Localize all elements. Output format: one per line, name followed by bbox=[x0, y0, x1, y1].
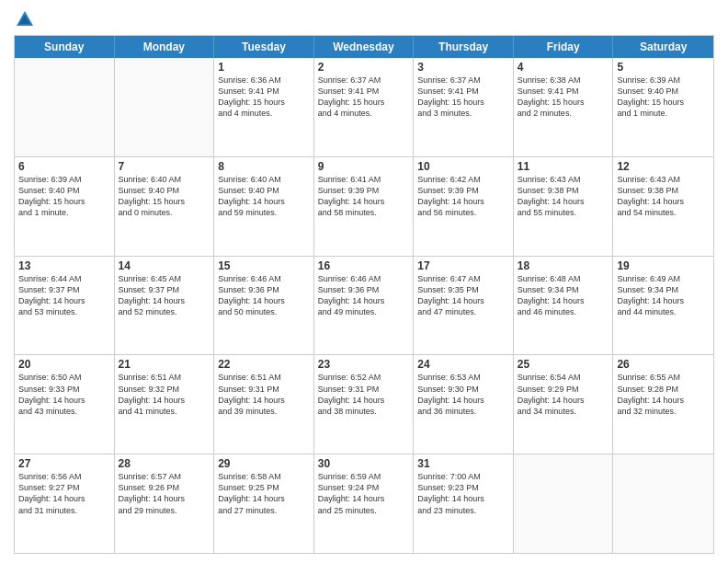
day-info: Sunrise: 6:51 AMSunset: 9:31 PMDaylight:… bbox=[218, 372, 310, 417]
day-info: Sunrise: 6:59 AMSunset: 9:24 PMDaylight:… bbox=[318, 471, 410, 516]
calendar-row-5: 27Sunrise: 6:56 AMSunset: 9:27 PMDayligh… bbox=[15, 454, 713, 553]
cal-cell-day-4: 4Sunrise: 6:38 AMSunset: 9:41 PMDaylight… bbox=[514, 58, 614, 156]
day-info: Sunrise: 6:44 AMSunset: 9:37 PMDaylight:… bbox=[18, 273, 110, 318]
header-day-saturday: Saturday bbox=[613, 36, 713, 58]
cal-cell-day-2: 2Sunrise: 6:37 AMSunset: 9:41 PMDaylight… bbox=[314, 58, 415, 156]
header-day-sunday: Sunday bbox=[15, 36, 115, 58]
cal-cell-day-16: 16Sunrise: 6:46 AMSunset: 9:36 PMDayligh… bbox=[314, 257, 415, 355]
calendar-row-4: 20Sunrise: 6:50 AMSunset: 9:33 PMDayligh… bbox=[15, 355, 713, 454]
cal-cell-day-17: 17Sunrise: 6:47 AMSunset: 9:35 PMDayligh… bbox=[414, 257, 514, 355]
day-number: 23 bbox=[318, 358, 410, 371]
day-number: 24 bbox=[417, 358, 509, 371]
day-info: Sunrise: 6:38 AMSunset: 9:41 PMDaylight:… bbox=[518, 75, 609, 120]
logo-icon bbox=[15, 9, 35, 29]
day-number: 26 bbox=[617, 358, 710, 371]
cal-cell-day-15: 15Sunrise: 6:46 AMSunset: 9:36 PMDayligh… bbox=[214, 257, 314, 355]
header-day-friday: Friday bbox=[514, 36, 614, 58]
day-info: Sunrise: 6:39 AMSunset: 9:40 PMDaylight:… bbox=[18, 174, 110, 219]
day-number: 20 bbox=[18, 358, 110, 371]
cal-cell-day-9: 9Sunrise: 6:41 AMSunset: 9:39 PMDaylight… bbox=[314, 157, 415, 256]
cal-cell-day-31: 31Sunrise: 7:00 AMSunset: 9:23 PMDayligh… bbox=[414, 454, 514, 553]
day-info: Sunrise: 7:00 AMSunset: 9:23 PMDaylight:… bbox=[417, 471, 509, 516]
day-number: 28 bbox=[119, 457, 210, 470]
day-number: 3 bbox=[417, 61, 509, 74]
cal-cell-day-11: 11Sunrise: 6:43 AMSunset: 9:38 PMDayligh… bbox=[514, 157, 614, 256]
day-number: 11 bbox=[518, 160, 609, 173]
day-number: 6 bbox=[18, 160, 110, 173]
cal-cell-day-18: 18Sunrise: 6:48 AMSunset: 9:34 PMDayligh… bbox=[514, 257, 614, 355]
page: SundayMondayTuesdayWednesdayThursdayFrid… bbox=[0, 0, 728, 563]
day-info: Sunrise: 6:58 AMSunset: 9:25 PMDaylight:… bbox=[218, 471, 310, 516]
day-info: Sunrise: 6:53 AMSunset: 9:30 PMDaylight:… bbox=[417, 372, 509, 417]
cal-cell-day-3: 3Sunrise: 6:37 AMSunset: 9:41 PMDaylight… bbox=[414, 58, 514, 156]
day-info: Sunrise: 6:55 AMSunset: 9:28 PMDaylight:… bbox=[617, 372, 710, 417]
day-number: 12 bbox=[617, 160, 710, 173]
cal-cell-day-22: 22Sunrise: 6:51 AMSunset: 9:31 PMDayligh… bbox=[214, 355, 314, 454]
day-number: 15 bbox=[218, 259, 310, 272]
day-number: 29 bbox=[218, 457, 310, 470]
day-number: 8 bbox=[218, 160, 310, 173]
day-number: 17 bbox=[417, 259, 509, 272]
day-number: 22 bbox=[218, 358, 310, 371]
day-number: 13 bbox=[18, 259, 110, 272]
header-day-tuesday: Tuesday bbox=[214, 36, 314, 58]
cal-cell-day-20: 20Sunrise: 6:50 AMSunset: 9:33 PMDayligh… bbox=[15, 355, 115, 454]
cal-cell-day-21: 21Sunrise: 6:51 AMSunset: 9:32 PMDayligh… bbox=[115, 355, 215, 454]
day-info: Sunrise: 6:46 AMSunset: 9:36 PMDaylight:… bbox=[318, 273, 410, 318]
cal-cell-day-27: 27Sunrise: 6:56 AMSunset: 9:27 PMDayligh… bbox=[15, 454, 115, 553]
day-info: Sunrise: 6:48 AMSunset: 9:34 PMDaylight:… bbox=[518, 273, 609, 318]
day-info: Sunrise: 6:51 AMSunset: 9:32 PMDaylight:… bbox=[119, 372, 210, 417]
cal-cell-day-28: 28Sunrise: 6:57 AMSunset: 9:26 PMDayligh… bbox=[115, 454, 215, 553]
day-number: 16 bbox=[318, 259, 410, 272]
day-info: Sunrise: 6:57 AMSunset: 9:26 PMDaylight:… bbox=[119, 471, 210, 516]
header-day-monday: Monday bbox=[115, 36, 215, 58]
day-number: 18 bbox=[518, 259, 609, 272]
cal-cell-day-24: 24Sunrise: 6:53 AMSunset: 9:30 PMDayligh… bbox=[414, 355, 514, 454]
day-info: Sunrise: 6:36 AMSunset: 9:41 PMDaylight:… bbox=[218, 75, 310, 120]
day-info: Sunrise: 6:46 AMSunset: 9:36 PMDaylight:… bbox=[218, 273, 310, 318]
day-info: Sunrise: 6:41 AMSunset: 9:39 PMDaylight:… bbox=[318, 174, 410, 219]
day-number: 19 bbox=[617, 259, 710, 272]
calendar-body: 1Sunrise: 6:36 AMSunset: 9:41 PMDaylight… bbox=[15, 58, 713, 553]
day-number: 2 bbox=[318, 61, 410, 74]
day-number: 9 bbox=[318, 160, 410, 173]
day-info: Sunrise: 6:43 AMSunset: 9:38 PMDaylight:… bbox=[617, 174, 710, 219]
day-number: 1 bbox=[218, 61, 310, 74]
cal-cell-day-8: 8Sunrise: 6:40 AMSunset: 9:40 PMDaylight… bbox=[214, 157, 314, 256]
cal-cell-day-13: 13Sunrise: 6:44 AMSunset: 9:37 PMDayligh… bbox=[15, 257, 115, 355]
day-number: 7 bbox=[119, 160, 210, 173]
calendar-row-3: 13Sunrise: 6:44 AMSunset: 9:37 PMDayligh… bbox=[15, 257, 713, 356]
day-info: Sunrise: 6:37 AMSunset: 9:41 PMDaylight:… bbox=[318, 75, 410, 120]
day-info: Sunrise: 6:42 AMSunset: 9:39 PMDaylight:… bbox=[417, 174, 509, 219]
cal-cell-empty bbox=[115, 58, 215, 156]
calendar: SundayMondayTuesdayWednesdayThursdayFrid… bbox=[14, 35, 714, 554]
day-info: Sunrise: 6:49 AMSunset: 9:34 PMDaylight:… bbox=[617, 273, 710, 318]
cal-cell-day-5: 5Sunrise: 6:39 AMSunset: 9:40 PMDaylight… bbox=[613, 58, 713, 156]
cal-cell-empty bbox=[15, 58, 115, 156]
header-day-thursday: Thursday bbox=[414, 36, 514, 58]
day-info: Sunrise: 6:40 AMSunset: 9:40 PMDaylight:… bbox=[119, 174, 210, 219]
cal-cell-day-23: 23Sunrise: 6:52 AMSunset: 9:31 PMDayligh… bbox=[314, 355, 415, 454]
day-info: Sunrise: 6:52 AMSunset: 9:31 PMDaylight:… bbox=[318, 372, 410, 417]
day-info: Sunrise: 6:45 AMSunset: 9:37 PMDaylight:… bbox=[119, 273, 210, 318]
day-info: Sunrise: 6:37 AMSunset: 9:41 PMDaylight:… bbox=[417, 75, 509, 120]
header-day-wednesday: Wednesday bbox=[314, 36, 415, 58]
day-info: Sunrise: 6:47 AMSunset: 9:35 PMDaylight:… bbox=[417, 273, 509, 318]
cal-cell-day-10: 10Sunrise: 6:42 AMSunset: 9:39 PMDayligh… bbox=[414, 157, 514, 256]
day-number: 30 bbox=[318, 457, 410, 470]
cal-cell-empty bbox=[613, 454, 713, 553]
day-info: Sunrise: 6:50 AMSunset: 9:33 PMDaylight:… bbox=[18, 372, 110, 417]
cal-cell-day-29: 29Sunrise: 6:58 AMSunset: 9:25 PMDayligh… bbox=[214, 454, 314, 553]
day-info: Sunrise: 6:56 AMSunset: 9:27 PMDaylight:… bbox=[18, 471, 110, 516]
cal-cell-day-26: 26Sunrise: 6:55 AMSunset: 9:28 PMDayligh… bbox=[613, 355, 713, 454]
day-number: 31 bbox=[417, 457, 509, 470]
day-number: 4 bbox=[518, 61, 609, 74]
day-info: Sunrise: 6:43 AMSunset: 9:38 PMDaylight:… bbox=[518, 174, 609, 219]
calendar-header: SundayMondayTuesdayWednesdayThursdayFrid… bbox=[15, 36, 713, 58]
logo bbox=[14, 9, 36, 29]
cal-cell-empty bbox=[514, 454, 614, 553]
day-number: 25 bbox=[518, 358, 609, 371]
cal-cell-day-12: 12Sunrise: 6:43 AMSunset: 9:38 PMDayligh… bbox=[613, 157, 713, 256]
day-number: 5 bbox=[617, 61, 710, 74]
day-number: 10 bbox=[417, 160, 509, 173]
